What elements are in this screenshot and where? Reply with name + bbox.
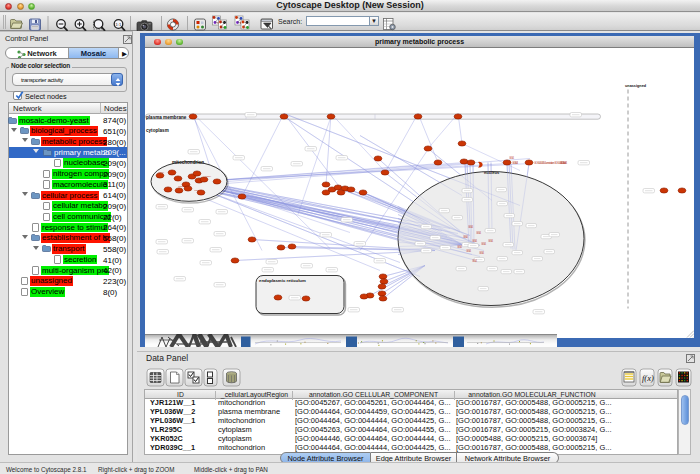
svg-text:1:1: 1:1 <box>116 21 122 26</box>
svg-text:GO:004: GO:004 <box>512 161 518 165</box>
svg-text:GO:04: GO:04 <box>468 224 474 228</box>
svg-text:plasma membrane: plasma membrane <box>146 114 187 119</box>
svg-text:GO:04: GO:04 <box>488 238 494 242</box>
svg-text:GO:04: GO:04 <box>472 238 478 242</box>
svg-text:nucleus: nucleus <box>484 170 500 175</box>
svg-text:cytoplasm: cytoplasm <box>146 127 169 132</box>
svg-text:GO:04: GO:04 <box>466 248 472 252</box>
svg-text:endoplasmic reticulum: endoplasmic reticulum <box>259 277 306 282</box>
svg-text:GO:0044: GO:0044 <box>560 161 567 165</box>
svg-text:f(x): f(x) <box>642 373 654 383</box>
svg-text:GO:04: GO:04 <box>463 234 469 238</box>
svg-text:GO:04: GO:04 <box>476 230 482 234</box>
svg-text:GO:04: GO:04 <box>509 155 515 159</box>
svg-text:GO:04: GO:04 <box>479 250 485 254</box>
svg-text:GO:04: GO:04 <box>472 258 478 262</box>
svg-text:GO:04: GO:04 <box>457 244 463 248</box>
svg-text:unassigned: unassigned <box>625 83 647 87</box>
svg-text:mitochondrion: mitochondrion <box>172 160 204 165</box>
svg-text:GO:04: GO:04 <box>481 241 487 245</box>
